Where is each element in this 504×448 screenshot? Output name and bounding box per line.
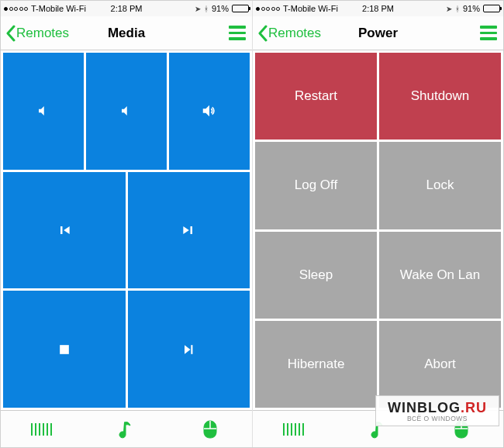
mouse-icon — [202, 419, 218, 439]
chevron-left-icon — [257, 25, 268, 42]
screen-media: T-Mobile Wi-Fi 2:18 PM ➤ ᚼ 91% Remotes M… — [1, 1, 252, 447]
play-step-icon — [181, 342, 196, 357]
svg-rect-1 — [192, 345, 193, 354]
back-label: Remotes — [268, 26, 321, 41]
wakeonlan-button[interactable]: Wake On Lan — [379, 232, 501, 319]
next-track-button[interactable] — [128, 172, 250, 289]
battery-pct: 91% — [212, 4, 229, 13]
mute-button[interactable] — [86, 53, 167, 170]
chevron-left-icon — [5, 25, 16, 42]
back-button[interactable]: Remotes — [5, 25, 69, 42]
menu-button[interactable] — [227, 23, 247, 43]
keyboard-icon — [283, 422, 306, 437]
restart-button[interactable]: Restart — [255, 53, 377, 140]
battery-icon — [232, 5, 249, 12]
music-note-icon — [370, 419, 387, 439]
svg-rect-0 — [60, 345, 69, 354]
bottom-toolbar — [1, 410, 252, 447]
volume-up-button[interactable] — [169, 53, 250, 170]
volume-high-icon — [201, 102, 218, 119]
carrier-label: T-Mobile Wi-Fi — [283, 4, 338, 13]
music-tab-button[interactable] — [85, 411, 168, 447]
bluetooth-icon: ᚼ — [204, 5, 209, 13]
skip-previous-icon — [57, 222, 72, 238]
keyboard-tab-button[interactable] — [1, 411, 85, 447]
battery-icon — [483, 5, 500, 12]
stop-button[interactable] — [3, 291, 126, 408]
keyboard-icon — [31, 422, 54, 437]
signal-dots-icon — [4, 7, 28, 11]
mouse-icon — [454, 419, 469, 439]
status-bar: T-Mobile Wi-Fi 2:18 PM ➤ ᚼ 91% — [253, 1, 503, 16]
sleep-button[interactable]: Sleep — [255, 232, 377, 319]
carrier-label: T-Mobile Wi-Fi — [31, 4, 86, 13]
music-tab-button[interactable] — [337, 411, 420, 447]
play-step-button[interactable] — [128, 291, 250, 408]
nav-bar: Remotes Media — [1, 16, 252, 50]
location-icon: ➤ — [195, 5, 201, 13]
screen-power: T-Mobile Wi-Fi 2:18 PM ➤ ᚼ 91% Remotes P… — [252, 1, 503, 447]
menu-button[interactable] — [478, 23, 499, 43]
back-button[interactable]: Remotes — [257, 25, 321, 42]
shutdown-button[interactable]: Shutdown — [379, 53, 501, 140]
stop-icon — [57, 342, 72, 357]
signal-dots-icon — [256, 7, 280, 11]
battery-pct: 91% — [463, 4, 480, 13]
lock-button[interactable]: Lock — [379, 142, 501, 229]
location-icon: ➤ — [446, 5, 452, 13]
status-bar: T-Mobile Wi-Fi 2:18 PM ➤ ᚼ 91% — [1, 1, 252, 16]
volume-low-icon — [36, 104, 50, 118]
skip-next-icon — [181, 222, 196, 238]
volume-mute-icon — [119, 104, 133, 118]
mouse-tab-button[interactable] — [168, 411, 252, 447]
logoff-button[interactable]: Log Off — [255, 142, 377, 229]
volume-down-button[interactable] — [3, 53, 84, 170]
hamburger-icon — [229, 26, 246, 29]
bottom-toolbar — [253, 410, 503, 447]
keyboard-tab-button[interactable] — [253, 411, 337, 447]
bluetooth-icon: ᚼ — [455, 5, 460, 13]
previous-track-button[interactable] — [3, 172, 126, 289]
music-note-icon — [118, 419, 135, 439]
hamburger-icon — [480, 26, 497, 29]
abort-button[interactable]: Abort — [379, 321, 501, 408]
back-label: Remotes — [16, 26, 69, 41]
nav-bar: Remotes Power — [253, 16, 503, 50]
mouse-tab-button[interactable] — [419, 411, 503, 447]
hibernate-button[interactable]: Hibernate — [255, 321, 377, 408]
